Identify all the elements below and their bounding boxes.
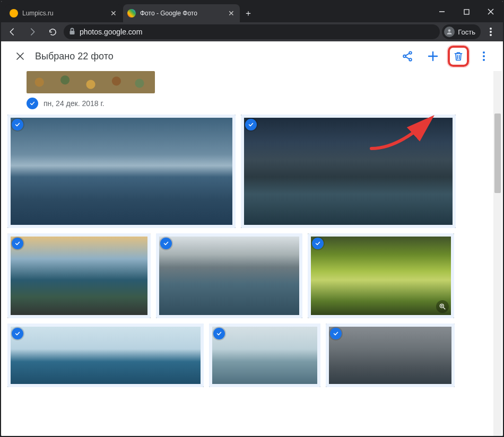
photo-grid: пн, 24 дек. 2018 г. bbox=[1, 71, 492, 436]
window-controls bbox=[430, 1, 503, 22]
more-options-button[interactable] bbox=[473, 46, 494, 67]
close-tab-icon[interactable]: ✕ bbox=[109, 9, 118, 18]
svg-point-6 bbox=[490, 28, 492, 30]
deselect-button[interactable] bbox=[10, 46, 31, 67]
photo-thumbnail[interactable] bbox=[7, 324, 204, 387]
svg-line-14 bbox=[406, 54, 410, 56]
share-button[interactable] bbox=[397, 46, 418, 67]
selected-check-icon[interactable] bbox=[160, 238, 172, 249]
selected-check-icon[interactable] bbox=[330, 328, 342, 339]
lock-icon bbox=[69, 28, 75, 37]
scrollbar-thumb[interactable] bbox=[494, 113, 501, 193]
tab-title: Lumpics.ru bbox=[22, 10, 109, 17]
svg-rect-4 bbox=[70, 31, 75, 34]
svg-point-20 bbox=[483, 51, 485, 54]
browser-window: Lumpics.ru ✕ Фото - Google Фото ✕ ＋ bbox=[1, 1, 503, 436]
date-select-all-icon[interactable] bbox=[27, 98, 38, 109]
page-content: Выбрано 22 фото bbox=[1, 41, 503, 436]
selection-count-text: Выбрано 22 фото bbox=[35, 51, 397, 62]
forward-button[interactable] bbox=[23, 24, 41, 40]
tab-title: Фото - Google Фото bbox=[140, 10, 227, 17]
svg-point-7 bbox=[490, 31, 492, 33]
reload-button[interactable] bbox=[44, 24, 62, 40]
selection-actions bbox=[397, 46, 494, 67]
add-to-button[interactable] bbox=[422, 46, 444, 67]
selected-check-icon[interactable] bbox=[213, 328, 225, 339]
selected-check-icon[interactable] bbox=[12, 238, 23, 249]
photo-row bbox=[7, 233, 486, 318]
address-bar: photos.google.com Гость bbox=[1, 22, 503, 41]
url-text: photos.google.com bbox=[80, 28, 142, 36]
minimize-button[interactable] bbox=[430, 1, 454, 22]
tab-lumpics[interactable]: Lumpics.ru ✕ bbox=[5, 4, 122, 22]
close-window-button[interactable] bbox=[479, 1, 503, 22]
photo-thumbnail[interactable] bbox=[156, 233, 302, 318]
photo-thumbnail[interactable] bbox=[7, 233, 151, 318]
tab-strip: Lumpics.ru ✕ Фото - Google Фото ✕ ＋ bbox=[1, 1, 430, 22]
photos-selection-header: Выбрано 22 фото bbox=[1, 41, 503, 71]
photo-thumbnail[interactable] bbox=[308, 233, 454, 318]
selected-check-icon[interactable] bbox=[245, 119, 257, 130]
photo-thumbnail[interactable] bbox=[241, 115, 456, 228]
svg-line-15 bbox=[406, 57, 410, 59]
tab-google-photos[interactable]: Фото - Google Фото ✕ bbox=[123, 4, 240, 22]
svg-point-21 bbox=[483, 55, 485, 57]
profile-label: Гость bbox=[458, 28, 475, 36]
back-button[interactable] bbox=[3, 24, 21, 40]
avatar-icon bbox=[444, 27, 455, 37]
svg-point-22 bbox=[483, 59, 485, 61]
photo-row bbox=[7, 324, 486, 387]
photo-thumbnail[interactable] bbox=[209, 324, 320, 387]
svg-point-5 bbox=[448, 29, 451, 32]
scrollbar-track[interactable] bbox=[493, 71, 502, 436]
maximize-button[interactable] bbox=[454, 1, 479, 22]
photo-thumbnail[interactable] bbox=[7, 115, 236, 228]
new-tab-button[interactable]: ＋ bbox=[241, 4, 256, 22]
browser-menu-button[interactable] bbox=[483, 24, 499, 40]
selected-check-icon[interactable] bbox=[12, 328, 23, 339]
favicon-icon bbox=[127, 9, 136, 18]
close-tab-icon[interactable]: ✕ bbox=[227, 9, 236, 18]
svg-line-24 bbox=[444, 308, 446, 310]
date-label: пн, 24 дек. 2018 г. bbox=[44, 99, 105, 108]
photo-thumbnail[interactable] bbox=[326, 324, 455, 387]
favicon-icon bbox=[10, 9, 18, 18]
date-header[interactable]: пн, 24 дек. 2018 г. bbox=[27, 98, 486, 109]
photo-row bbox=[7, 115, 486, 228]
selected-check-icon[interactable] bbox=[12, 119, 23, 130]
delete-button[interactable] bbox=[448, 46, 469, 67]
zoom-icon[interactable] bbox=[436, 300, 449, 313]
url-field[interactable]: photos.google.com bbox=[64, 24, 440, 39]
profile-chip[interactable]: Гость bbox=[442, 24, 481, 39]
svg-point-8 bbox=[490, 34, 492, 36]
photo-thumbnail[interactable] bbox=[27, 71, 155, 93]
titlebar: Lumpics.ru ✕ Фото - Google Фото ✕ ＋ bbox=[1, 1, 503, 22]
selected-check-icon[interactable] bbox=[312, 238, 324, 249]
svg-rect-1 bbox=[464, 10, 469, 14]
